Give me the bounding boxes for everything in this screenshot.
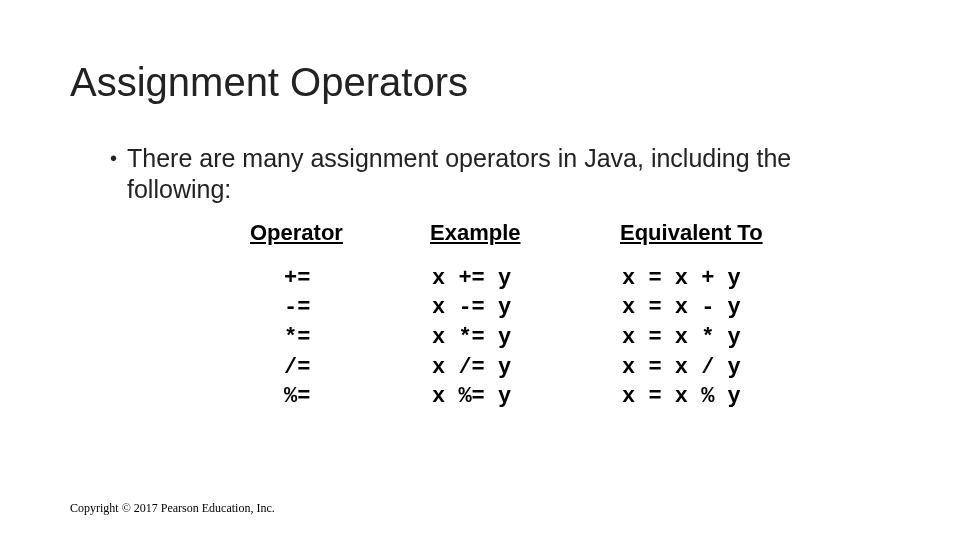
header-example: Example	[430, 220, 620, 246]
cell-operator: -=	[250, 293, 430, 323]
bullet-marker-icon: •	[110, 143, 117, 173]
table-row: -= x -= y x = x - y	[250, 293, 890, 323]
cell-example: x += y	[430, 264, 620, 294]
operator-table: Operator Example Equivalent To += x += y…	[250, 220, 890, 412]
cell-equivalent: x = x % y	[620, 382, 840, 412]
slide-title: Assignment Operators	[70, 60, 890, 105]
cell-operator: %=	[250, 382, 430, 412]
table-row: += x += y x = x + y	[250, 264, 890, 294]
cell-equivalent: x = x * y	[620, 323, 840, 353]
cell-equivalent: x = x + y	[620, 264, 840, 294]
bullet-text: There are many assignment operators in J…	[127, 143, 847, 206]
table-header-row: Operator Example Equivalent To	[250, 220, 890, 246]
cell-equivalent: x = x - y	[620, 293, 840, 323]
table-row: /= x /= y x = x / y	[250, 353, 890, 383]
cell-operator: /=	[250, 353, 430, 383]
header-equivalent: Equivalent To	[620, 220, 840, 246]
cell-operator: +=	[250, 264, 430, 294]
copyright-text: Copyright © 2017 Pearson Education, Inc.	[70, 501, 275, 516]
cell-example: x -= y	[430, 293, 620, 323]
cell-example: x *= y	[430, 323, 620, 353]
cell-operator: *=	[250, 323, 430, 353]
bullet-item: • There are many assignment operators in…	[110, 143, 890, 206]
header-operator: Operator	[250, 220, 430, 246]
slide-container: Assignment Operators • There are many as…	[0, 0, 960, 412]
table-row: *= x *= y x = x * y	[250, 323, 890, 353]
cell-example: x %= y	[430, 382, 620, 412]
cell-example: x /= y	[430, 353, 620, 383]
table-row: %= x %= y x = x % y	[250, 382, 890, 412]
cell-equivalent: x = x / y	[620, 353, 840, 383]
